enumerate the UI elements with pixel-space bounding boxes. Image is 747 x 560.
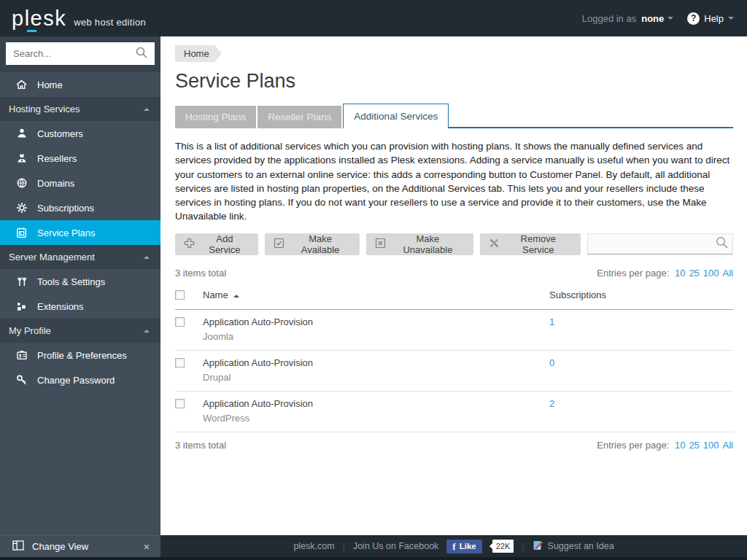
service-name: Application Auto-Provision: [203, 316, 549, 327]
footer: plesk.com | Join Us on Facebook f Like 2…: [160, 535, 747, 557]
extensions-icon: [15, 301, 28, 312]
facebook-f-icon: f: [452, 542, 455, 551]
change-view-icon: [12, 540, 24, 553]
tab-bar-underline: [449, 104, 733, 128]
main-content: Home Service Plans Hosting Plans Reselle…: [160, 36, 747, 535]
page-size-all[interactable]: All: [723, 440, 733, 451]
sidebar-item-home[interactable]: Home: [0, 72, 160, 97]
select-all-checkbox[interactable]: [175, 290, 185, 300]
brand: plesk web host edition: [12, 8, 146, 29]
plesk-app: plesk web host edition Logged in as none…: [0, 0, 747, 560]
row-checkbox[interactable]: [175, 399, 185, 408]
sidebar-item-domains[interactable]: Domains: [0, 171, 160, 195]
collapse-arrow-icon: [144, 108, 150, 111]
page-size-25[interactable]: 25: [689, 268, 699, 279]
sidebar-group-label: Server Management: [9, 252, 95, 262]
tab-reseller-plans[interactable]: Reseller Plans: [258, 106, 341, 128]
plesk-logo-text: plesk: [12, 7, 66, 30]
change-view-label: Change View: [32, 541, 88, 552]
user-name: none: [641, 13, 664, 24]
sidebar-item-customers[interactable]: Customers: [0, 121, 160, 146]
help-menu[interactable]: ? Help: [687, 12, 734, 25]
globe-icon: [15, 177, 28, 189]
sidebar-item-subscriptions[interactable]: Subscriptions: [0, 195, 160, 220]
sidebar-group-label: Hosting Services: [9, 104, 80, 114]
sidebar-item-change-password[interactable]: Change Password: [0, 368, 160, 392]
sidebar-item-extensions[interactable]: Extensions: [0, 294, 160, 319]
page-size-10[interactable]: 10: [675, 440, 685, 451]
search-icon: [715, 236, 729, 252]
sidebar-group-hosting-services[interactable]: Hosting Services: [0, 97, 160, 121]
table-header-row: Name Subscriptions: [175, 284, 733, 310]
tab-bar: Hosting Plans Reseller Plans Additional …: [175, 104, 733, 128]
plesk-com-link[interactable]: plesk.com: [293, 541, 334, 551]
breadcrumb[interactable]: Home: [175, 45, 222, 62]
list-meta-top: 3 items total Entries per page: 10 25 10…: [175, 268, 733, 279]
service-name: Application Auto-Provision: [203, 357, 549, 368]
change-view-button[interactable]: Change View ×: [0, 535, 160, 557]
list-search-input[interactable]: [594, 238, 715, 249]
list-meta-bottom: 3 items total Entries per page: 10 25 10…: [175, 440, 733, 451]
sidebar-item-resellers[interactable]: Resellers: [0, 146, 160, 171]
sidebar-item-profile-preferences[interactable]: Profile & Preferences: [0, 343, 160, 368]
tab-additional-services[interactable]: Additional Services: [343, 104, 449, 128]
sidebar-item-service-plans[interactable]: Service Plans: [0, 220, 160, 245]
facebook-like-button[interactable]: f Like: [446, 540, 481, 553]
tab-hosting-plans[interactable]: Hosting Plans: [175, 106, 256, 128]
row-checkbox[interactable]: [175, 358, 185, 368]
bottom-edge-strip: [0, 557, 747, 560]
page-size-10[interactable]: 10: [675, 268, 685, 279]
edition-label: web host edition: [74, 17, 146, 28]
make-unavailable-label: Make Unavailable: [391, 233, 464, 255]
remove-service-button[interactable]: Remove Service: [480, 233, 581, 255]
topbar-right: Logged in as none ? Help: [582, 12, 734, 25]
close-icon[interactable]: ×: [144, 541, 150, 553]
logged-in-as-label: Logged in as: [582, 13, 636, 24]
user-menu[interactable]: none: [641, 13, 673, 24]
like-count-badge[interactable]: 22K: [492, 540, 514, 553]
resellers-icon: [15, 152, 28, 164]
sidebar-search-input[interactable]: [13, 48, 135, 59]
suggest-idea[interactable]: Suggest an Idea: [533, 540, 614, 553]
gear-icon: [15, 202, 28, 214]
cross-icon: [489, 238, 500, 251]
name-column-header[interactable]: Name: [203, 289, 549, 300]
page-size-25[interactable]: 25: [689, 440, 699, 451]
page-size-100[interactable]: 100: [703, 268, 719, 279]
sidebar-item-label: Customers: [37, 128, 83, 139]
subscriptions-link[interactable]: 0: [549, 357, 554, 368]
page-size-all[interactable]: All: [723, 268, 733, 279]
sidebar-item-label: Resellers: [37, 153, 77, 164]
join-facebook-link[interactable]: Join Us on Facebook: [353, 541, 438, 551]
entries-per-page: Entries per page: 10 25 100 All: [597, 440, 733, 451]
subscriptions-column-header[interactable]: Subscriptions: [549, 289, 733, 300]
sidebar-item-label: Service Plans: [37, 228, 95, 238]
sidebar-item-tools-settings[interactable]: Tools & Settings: [0, 269, 160, 294]
sidebar-item-label: Change Password: [37, 375, 115, 386]
subscriptions-link[interactable]: 1: [549, 316, 554, 327]
service-plans-icon: [15, 227, 28, 238]
checkbox-x-icon: [375, 238, 386, 251]
make-available-button[interactable]: Make Available: [265, 233, 360, 255]
sidebar-group-server-management[interactable]: Server Management: [0, 245, 160, 269]
add-service-label: Add Service: [200, 233, 249, 255]
row-checkbox-cell: [175, 357, 203, 370]
sidebar: Home Hosting Services Customers: [0, 36, 160, 535]
collapse-arrow-icon: [144, 330, 150, 332]
key-icon: [15, 374, 28, 386]
chevron-down-icon: [667, 17, 673, 20]
page-size-100[interactable]: 100: [703, 440, 719, 451]
row-checkbox[interactable]: [175, 317, 185, 327]
service-app: Drupal: [203, 372, 549, 383]
sidebar-group-my-profile[interactable]: My Profile: [0, 319, 160, 343]
subscriptions-link[interactable]: 2: [549, 398, 554, 409]
table-row: Application Auto-Provision Joomla 1: [175, 310, 733, 351]
plesk-logo[interactable]: plesk: [12, 8, 66, 29]
make-unavailable-button[interactable]: Make Unavailable: [366, 233, 473, 255]
id-card-icon: [15, 349, 28, 361]
entries-label: Entries per page:: [597, 440, 669, 451]
page-size-links: 10 25 100 All: [675, 268, 733, 279]
bottom-bar: Change View × plesk.com | Join Us on Fac…: [0, 535, 747, 557]
service-name-cell: Application Auto-Provision Joomla: [203, 316, 549, 342]
add-service-button[interactable]: Add Service: [175, 233, 258, 255]
